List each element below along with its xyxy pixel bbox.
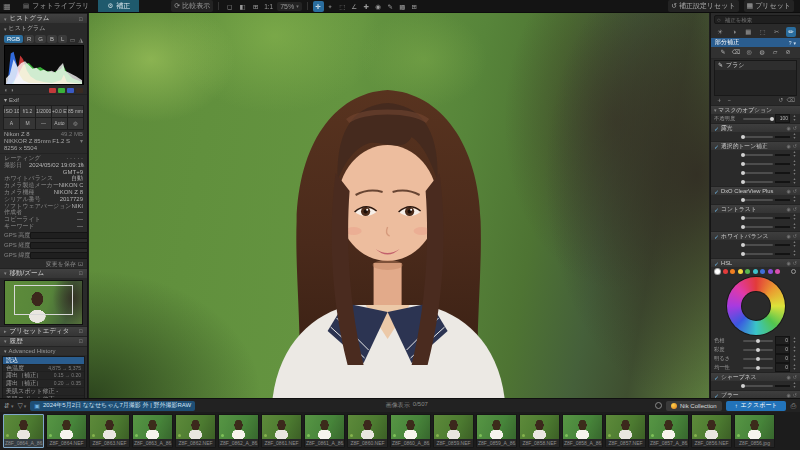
hsl-channel-dot[interactable] [768, 269, 773, 274]
slider-track[interactable] [743, 199, 773, 201]
slider-handle[interactable] [741, 153, 745, 157]
gps-input[interactable] [30, 252, 88, 259]
section-header[interactable]: ✓ シャープネス ◉↺ [711, 372, 800, 381]
exif-header[interactable]: ▾Exif [0, 94, 87, 104]
slider-handle[interactable] [756, 348, 760, 352]
slider-value[interactable] [775, 199, 790, 201]
thumbnail-image[interactable] [391, 415, 430, 439]
palette-menu-icon[interactable]: ⊡ [78, 270, 83, 276]
slider-stepper[interactable]: ▲▼ [792, 241, 797, 247]
local-adjustments-header[interactable]: 部分補正 ?▾ [711, 38, 800, 47]
thumbnail-image[interactable] [434, 415, 473, 439]
slider-track[interactable] [743, 340, 773, 342]
gps-input[interactable] [30, 232, 88, 239]
nik-collection-button[interactable]: Nik Collection [666, 401, 722, 411]
expand-icon[interactable]: ▾ [80, 138, 83, 145]
slider-value[interactable]: 0 [775, 354, 790, 363]
section-header[interactable]: ✓ 露光 ◉↺ [711, 123, 800, 132]
filmstrip-thumbnail[interactable]: Z8F_0856.NEF [691, 414, 732, 448]
filmstrip-thumbnail[interactable]: Z8F_0863_A_86.jpg [132, 414, 173, 448]
slider-track[interactable] [743, 172, 773, 174]
thumbnail-image[interactable] [735, 415, 774, 439]
tab-0[interactable]: ▤ フォトライブラリ [14, 0, 98, 12]
slider-handle[interactable] [756, 366, 760, 370]
slider-track[interactable] [743, 226, 773, 228]
crop-tool-icon[interactable]: ⬚ [337, 1, 348, 12]
slider-handle[interactable] [741, 252, 745, 256]
horizon-tool-icon[interactable]: ∠ [349, 1, 360, 12]
hsl-channel-dot[interactable] [745, 269, 750, 274]
mask-options-header[interactable]: ▾ マスクのオプション [711, 105, 800, 114]
preset-button[interactable]: ▦ プリセット [744, 0, 794, 12]
thumbnail-image[interactable] [692, 415, 731, 439]
slider-stepper[interactable]: ▲▼ [792, 169, 797, 175]
history-item[interactable]: 露出（補正） 0.20 → 0.35 [3, 380, 84, 388]
hsl-channel-dot[interactable] [715, 269, 720, 274]
slider-stepper[interactable]: ▲▼ [792, 346, 797, 352]
shadow-clipping-icon[interactable]: ◖ [4, 87, 8, 93]
slider-stepper[interactable]: ▲▼ [792, 133, 797, 139]
slider-stepper[interactable]: ▲▼ [792, 196, 797, 202]
print-icon[interactable]: ⎙ [790, 402, 796, 410]
filmstrip-thumbnail[interactable]: Z8F_0861_A_86.jpg [304, 414, 345, 448]
hsl-all-channels-icon[interactable] [791, 269, 796, 274]
section-header[interactable]: ✓ ブラー ◉↺ [711, 390, 800, 398]
visibility-icon[interactable]: ◉ [786, 374, 790, 380]
slider-stepper[interactable]: ▲▼ [792, 382, 797, 388]
mask-view-tool-icon[interactable]: ▩ [397, 1, 408, 12]
filmstrip-thumbnail[interactable]: Z8F_0862_A_86.jpg [218, 414, 259, 448]
edit-metadata-icon[interactable]: ✎ [80, 161, 85, 168]
visibility-icon[interactable]: ◉ [786, 188, 790, 194]
tab-1[interactable]: ⚙ 補正 [98, 0, 139, 12]
filmstrip-thumbnail[interactable]: Z8F_0856.jpg [734, 414, 775, 448]
slider-track[interactable] [743, 358, 773, 360]
thumbnail-image[interactable] [4, 415, 43, 439]
slider-handle[interactable] [741, 162, 745, 166]
thumbnail-image[interactable] [262, 415, 301, 439]
slider-stepper[interactable]: ▲▼ [792, 214, 797, 220]
new-mask-icon[interactable]: ✎ [719, 48, 728, 57]
remove-mask-button[interactable]: － [726, 96, 732, 105]
hsl-channel-dot[interactable] [760, 269, 765, 274]
navigator-header[interactable]: ▾ 移動/ズーム ⊡ [0, 268, 87, 278]
slider-value[interactable]: 0 [775, 345, 790, 354]
reset-icon[interactable]: ↺ [793, 206, 797, 212]
hsl-color-wheel[interactable] [727, 277, 785, 335]
filmstrip-thumbnail[interactable]: Z8F_0861.NEF [261, 414, 302, 448]
filmstrip-thumbnail[interactable]: Z8F_0858.NEF [519, 414, 560, 448]
slider-handle[interactable] [741, 243, 745, 247]
slider-track[interactable] [743, 367, 773, 369]
slider-value[interactable] [775, 253, 790, 255]
thumbnail-image[interactable] [606, 415, 645, 439]
slider-handle[interactable] [756, 339, 760, 343]
slider-value[interactable] [775, 226, 790, 228]
zoom-level-select[interactable]: 75% ▾ [277, 2, 302, 11]
save-icon[interactable]: ⊡ [78, 260, 83, 268]
invert-mask-icon[interactable]: ⊘ [784, 48, 793, 57]
gps-input[interactable] [30, 242, 88, 249]
slider-stepper[interactable]: ▲▼ [792, 115, 797, 121]
checkbox-icon[interactable]: ✓ [714, 188, 719, 195]
wb-picker-tool-icon[interactable]: ⌖ [325, 1, 336, 12]
slider-stepper[interactable]: ▲▼ [792, 364, 797, 370]
slider-track[interactable] [743, 349, 773, 351]
visibility-icon[interactable]: ◉ [786, 206, 790, 212]
channel-button[interactable]: G [35, 35, 46, 43]
filmstrip-thumbnail[interactable]: Z8F_0859_A_86.jpg [476, 414, 517, 448]
palette-menu-icon[interactable]: ⊡ [78, 328, 83, 334]
reset-icon[interactable]: ↺ [793, 143, 797, 149]
filmstrip-thumbnail[interactable]: Z8F_0858_A_86.jpg [562, 414, 603, 448]
section-header[interactable]: ✓ 選択的トーン補正 ◉↺ [711, 141, 800, 150]
thumbnail-image[interactable] [47, 415, 86, 439]
thumbnail-image[interactable] [133, 415, 172, 439]
sort-button[interactable]: ⇵▾ [4, 402, 13, 410]
view-1to1-icon[interactable]: 1:1 [263, 1, 274, 12]
slider-track[interactable] [743, 253, 773, 255]
slider-value[interactable] [775, 244, 790, 246]
view-fit-icon[interactable]: ⊞ [250, 1, 261, 12]
collapse-icon[interactable]: ▾ [793, 40, 796, 46]
control-point-icon[interactable]: ◎ [745, 48, 754, 57]
filmstrip-thumbnail[interactable]: Z8F_0857_A_86.jpg [648, 414, 689, 448]
advanced-history-toggle[interactable]: ▾ Advanced History [0, 346, 87, 355]
palette-menu-icon[interactable]: ⊡ [78, 16, 83, 22]
